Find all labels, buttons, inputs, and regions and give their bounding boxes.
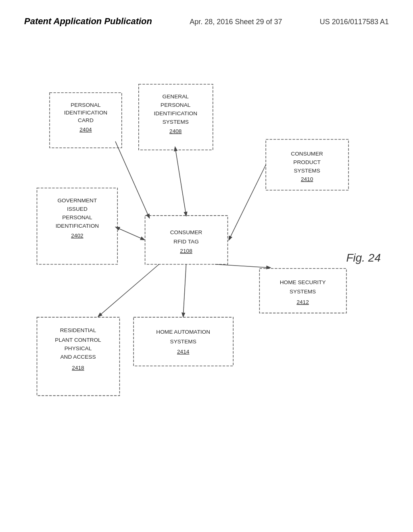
general-personal-id-id: 2408: [169, 128, 181, 134]
publication-label: Patent Application Publication: [24, 16, 152, 27]
patent-number-label: US 2016/0117583 A1: [320, 18, 389, 26]
consumer-rfid-text: CONSUMER: [170, 229, 202, 235]
home-automation-id: 2414: [177, 349, 190, 355]
svg-text:PHYSICAL: PHYSICAL: [65, 345, 92, 351]
arrow-personal-id-to-rfid: [115, 141, 149, 218]
general-personal-id-text: GENERAL: [163, 94, 189, 100]
svg-text:ISSUED: ISSUED: [67, 206, 88, 212]
svg-text:PERSONAL: PERSONAL: [161, 102, 191, 108]
home-security-text: HOME SECURITY: [280, 279, 326, 285]
personal-id-card-id: 2404: [79, 127, 92, 133]
diagram-area: Fig. 24 PERSONAL IDENTIFICATION CARD 240…: [24, 64, 389, 451]
government-issued-text: GOVERNMENT: [57, 197, 97, 204]
arrow-general-id-rfid: [175, 150, 186, 216]
svg-text:IDENTIFICATION: IDENTIFICATION: [56, 223, 99, 229]
consumer-rfid-id: 2108: [180, 248, 192, 254]
svg-text:IDENTIFICATION: IDENTIFICATION: [64, 110, 107, 116]
svg-text:SYSTEMS: SYSTEMS: [163, 119, 189, 125]
svg-text:CARD: CARD: [78, 117, 94, 123]
svg-text:IDENTIFICATION: IDENTIFICATION: [154, 110, 197, 116]
svg-text:PLANT CONTROL: PLANT CONTROL: [55, 337, 101, 343]
government-issued-id: 2402: [71, 233, 83, 239]
diagram-svg: PERSONAL IDENTIFICATION CARD 2404 GENERA…: [24, 64, 389, 451]
svg-text:AND ACCESS: AND ACCESS: [60, 354, 96, 360]
arrow-rfid-to-home-security: [215, 264, 270, 268]
personal-id-card-text: PERSONAL: [71, 102, 101, 108]
svg-text:PRODUCT: PRODUCT: [293, 159, 321, 165]
home-automation-text: HOME AUTOMATION: [156, 329, 210, 335]
arrow-rfid-to-home-automation: [183, 264, 186, 316]
svg-text:RFID TAG: RFID TAG: [173, 239, 198, 245]
svg-text:SYSTEMS: SYSTEMS: [294, 168, 320, 174]
residential-id: 2418: [72, 365, 84, 371]
svg-text:SYSTEMS: SYSTEMS: [290, 289, 316, 295]
svg-text:PERSONAL: PERSONAL: [62, 214, 92, 220]
arrow-gov-rfid: [118, 228, 144, 239]
header: Patent Application Publication Apr. 28, …: [0, 16, 413, 27]
consumer-product-id: 2410: [301, 176, 313, 182]
date-sheet-label: Apr. 28, 2016 Sheet 29 of 37: [190, 18, 282, 26]
residential-text: RESIDENTIAL: [60, 327, 96, 333]
consumer-product-text: CONSUMER: [291, 151, 323, 157]
home-security-id: 2412: [296, 299, 309, 305]
page: Patent Application Publication Apr. 28, …: [0, 0, 413, 532]
svg-text:SYSTEMS: SYSTEMS: [170, 339, 196, 345]
arrow-consumer-product-to-rfid: [229, 165, 266, 240]
arrow-rfid-to-residential: [98, 264, 159, 316]
